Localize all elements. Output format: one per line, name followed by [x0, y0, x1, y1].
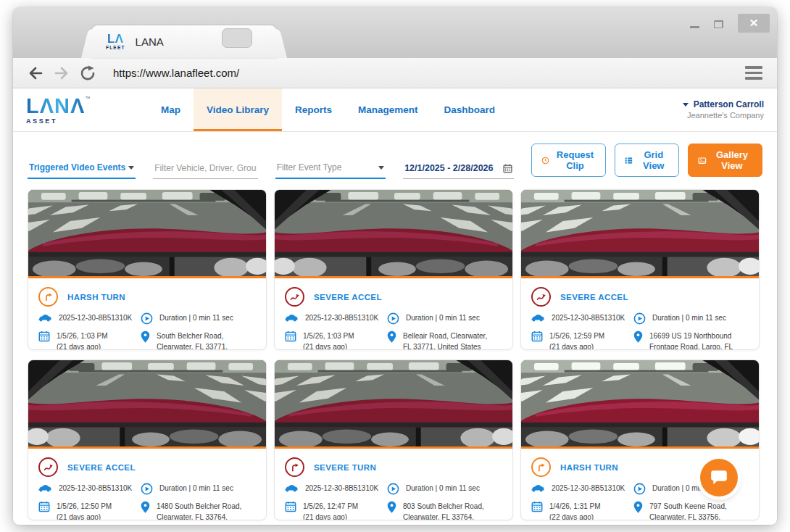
play-icon[interactable]	[141, 483, 153, 495]
user-company: Jeannette's Company	[687, 110, 764, 121]
restore-button[interactable]	[714, 20, 723, 28]
play-icon[interactable]	[633, 483, 646, 495]
event-age: (21 days ago)	[57, 342, 108, 351]
event-datetime: 1/5/26, 12:50 PM	[57, 502, 112, 512]
event-location: 803 South Belcher Road, Clearwater, FL 3…	[403, 502, 496, 520]
car-icon	[38, 312, 52, 322]
calendar-icon	[285, 501, 296, 512]
nav-reports[interactable]: Reports	[282, 88, 345, 131]
event-source-select[interactable]: Triggered Video Events	[28, 162, 136, 179]
video-thumbnail[interactable]	[275, 190, 512, 278]
event-type-icon	[38, 457, 58, 477]
event-location: South Belcher Road, Clearwater, FL 33771…	[157, 331, 250, 350]
video-card-grid: HARSH TURN 2025-12-30-8B51310K Duration …	[13, 189, 777, 520]
user-menu[interactable]: Patterson Carroll Jeannette's Company	[683, 88, 764, 131]
nav-video-library[interactable]: Video Library	[194, 88, 282, 131]
play-icon[interactable]	[633, 312, 646, 325]
chat-fab-button[interactable]	[700, 459, 738, 496]
vehicle-id: 2025-12-30-8B51310K	[59, 483, 132, 494]
event-age: (21 days ago)	[549, 342, 604, 351]
gallery-view-button[interactable]: Gallery View	[688, 144, 762, 177]
dashcam-frame	[275, 360, 512, 446]
duration-row: Duration | 0 min 11 sec	[633, 313, 749, 325]
location-pin-icon	[633, 501, 643, 514]
location-row: 16699 US 19 Northbound Frontage Road, La…	[633, 331, 749, 350]
close-button[interactable]: ✕	[738, 14, 770, 33]
duration-value: Duration | 0 min 11 sec	[406, 483, 480, 494]
duration-value: Duration | 0 min 11 sec	[406, 313, 480, 324]
duration-row: Duration | 0 min 11 sec	[141, 483, 256, 495]
location-pin-icon	[141, 501, 150, 514]
video-event-card[interactable]: HARSH TURN 2025-12-30-8B51310K Duration …	[28, 189, 267, 350]
location-row: 797 South Keene Road, Clearwater, FL 337…	[633, 502, 749, 520]
video-event-card[interactable]: HARSH TURN 2025-12-30-8B51310K Duration …	[520, 359, 760, 520]
vehicle-id: 2025-12-30-8B51310K	[552, 483, 625, 494]
vehicle-row: 2025-12-30-8B51310K	[531, 313, 633, 325]
event-type-icon	[531, 287, 551, 307]
event-type-placeholder: Filter Event Type	[277, 162, 342, 173]
location-row: 803 South Belcher Road, Clearwater, FL 3…	[387, 502, 502, 520]
forward-icon[interactable]	[51, 62, 72, 84]
new-tab-button[interactable]	[222, 28, 252, 48]
dashcam-frame	[521, 190, 759, 276]
event-datetime: 1/4/26, 1:31 PM	[549, 502, 601, 512]
card-body: SEVERE ACCEL 2025-12-30-8B51310K Duratio…	[275, 278, 512, 350]
nav-management[interactable]: Management	[345, 88, 431, 131]
video-thumbnail[interactable]	[521, 190, 759, 278]
back-icon[interactable]	[25, 62, 46, 84]
dashcam-frame	[521, 360, 759, 446]
video-event-card[interactable]: SEVERE ACCEL 2025-12-30-8B51310K Duratio…	[28, 359, 267, 520]
video-thumbnail[interactable]	[28, 190, 266, 278]
duration-row: Duration | 0 min 11 sec	[387, 483, 502, 495]
location-row: Belleair Road, Clearwater, FL 33771, Uni…	[387, 331, 502, 350]
car-icon	[531, 312, 545, 322]
chevron-down-icon	[378, 166, 384, 170]
vehicle-filter-wrap	[153, 163, 257, 179]
lana-asset-logo: LΛNΛ™ ASSET	[26, 88, 106, 131]
datetime-row: 1/5/26, 12:50 PM (21 days ago)	[38, 502, 141, 520]
vehicle-row: 2025-12-30-8B51310K	[531, 483, 633, 495]
duration-row: Duration | 0 min 11 sec	[387, 313, 502, 325]
datetime-row: 1/5/26, 1:03 PM (21 days ago)	[38, 331, 141, 350]
video-thumbnail[interactable]	[275, 360, 512, 449]
refresh-icon[interactable]	[77, 62, 99, 84]
nav-dashboard[interactable]: Dashboard	[431, 88, 509, 131]
date-range-value: 12/1/2025 - 2/28/2026	[404, 163, 493, 173]
minimize-button[interactable]	[690, 26, 699, 28]
video-event-card[interactable]: SEVERE ACCEL 2025-12-30-8B51310K Duratio…	[520, 189, 760, 350]
browser-menu-icon[interactable]	[742, 63, 765, 83]
duration-row: Duration | 0 min 11 sec	[141, 313, 256, 325]
event-type-label: SEVERE ACCEL	[67, 463, 136, 472]
location-row: 1480 South Belcher Road, Clearwater, FL …	[141, 502, 256, 520]
user-name: Patterson Carroll	[694, 99, 764, 110]
grid-view-button[interactable]: Grid View	[615, 144, 679, 177]
date-range-picker[interactable]: 12/1/2025 - 2/28/2026	[403, 163, 514, 179]
duration-value: Duration | 0 min 11 sec	[159, 313, 233, 324]
event-type-label: HARSH TURN	[560, 463, 618, 472]
calendar-icon	[531, 501, 543, 512]
filter-bar: Triggered Video Events Filter Event Type…	[13, 132, 777, 188]
datetime-row: 1/5/26, 12:59 PM (21 days ago)	[531, 331, 633, 350]
browser-window: ✕ LΛ FLEET LANA https://www.lanafleet.co…	[13, 7, 777, 525]
video-thumbnail[interactable]	[521, 360, 759, 449]
calendar-icon	[531, 331, 543, 342]
list-icon	[625, 155, 633, 166]
event-datetime: 1/5/26, 12:59 PM	[549, 331, 604, 342]
play-icon[interactable]	[387, 312, 399, 325]
event-type-icon	[531, 457, 551, 477]
vehicle-row: 2025-12-30-8B51310K	[285, 313, 387, 325]
vehicle-filter-input[interactable]	[154, 163, 256, 173]
event-age: (21 days ago)	[303, 342, 354, 351]
chat-bubble-icon	[710, 468, 728, 487]
vehicle-id: 2025-12-30-8B51310K	[305, 313, 378, 324]
duration-value: Duration | 0 min 11 sec	[159, 483, 233, 494]
video-event-card[interactable]: SEVERE ACCEL 2025-12-30-8B51310K Duratio…	[274, 189, 513, 350]
play-icon[interactable]	[141, 312, 153, 325]
nav-map[interactable]: Map	[148, 88, 194, 131]
request-clip-button[interactable]: Request Clip	[531, 144, 607, 177]
event-type-select[interactable]: Filter Event Type	[275, 162, 386, 179]
video-event-card[interactable]: SEVERE TURN 2025-12-30-8B51310K Duration…	[274, 359, 513, 520]
url-bar[interactable]: https://www.lanafleet.com/	[113, 67, 239, 79]
video-thumbnail[interactable]	[28, 360, 266, 449]
play-icon[interactable]	[387, 483, 399, 495]
